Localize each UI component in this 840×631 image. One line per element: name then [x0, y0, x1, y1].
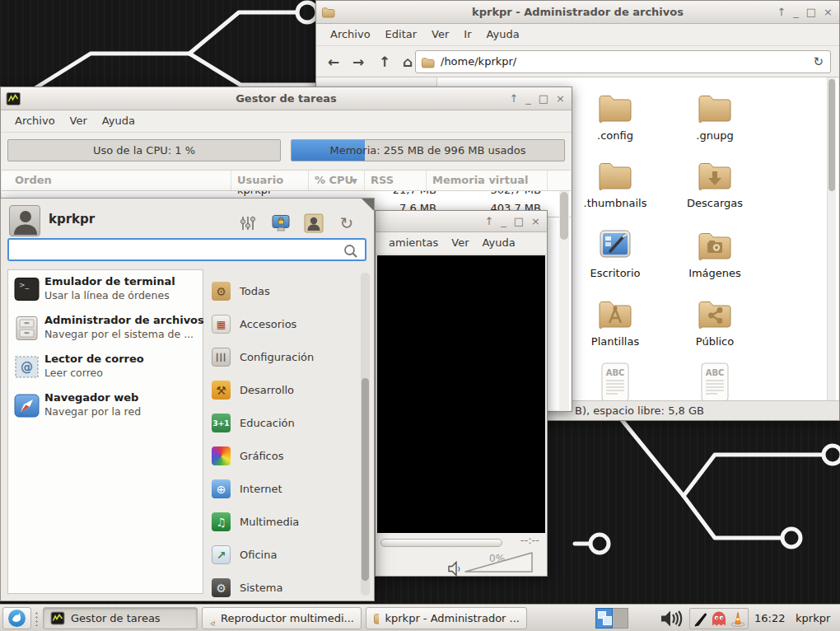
- shade-button[interactable]: ↑: [484, 210, 493, 233]
- up-button[interactable]: ↑: [374, 51, 395, 72]
- workspace-switcher[interactable]: [595, 608, 628, 629]
- app-item-browser[interactable]: Navegador web Navegar por la red: [8, 386, 203, 425]
- minimize-button[interactable]: _: [793, 1, 799, 24]
- stylus-tray-icon[interactable]: [693, 610, 709, 627]
- speaker-icon[interactable]: [446, 560, 463, 577]
- path-bar[interactable]: /home/kprkpr/ ↻: [415, 50, 831, 73]
- menu-ver[interactable]: Ver: [445, 232, 475, 254]
- task-manager-icon: [50, 611, 65, 625]
- workspace-2[interactable]: [613, 608, 628, 629]
- menu-herramientas-clipped[interactable]: amientas: [382, 232, 445, 254]
- vertical-scrollbar[interactable]: [827, 77, 836, 400]
- category-educacion[interactable]: 3+1 Educación: [210, 407, 358, 440]
- close-button[interactable]: ×: [531, 210, 540, 233]
- category-internet[interactable]: ⊕ Internet: [210, 473, 358, 506]
- menu-ir[interactable]: Ir: [456, 24, 478, 45]
- shade-button[interactable]: ↑: [509, 87, 518, 110]
- menu-ayuda[interactable]: Ayuda: [479, 24, 527, 45]
- volume-tray-icon[interactable]: [659, 609, 686, 629]
- user-label[interactable]: kprkpr: [796, 605, 830, 631]
- category-graficos[interactable]: Gráficos: [210, 440, 358, 473]
- user-avatar[interactable]: [9, 205, 40, 236]
- switch-user-icon[interactable]: [304, 213, 324, 233]
- logout-icon[interactable]: ↻: [337, 213, 357, 233]
- column-orden[interactable]: Orden: [15, 171, 52, 190]
- close-button[interactable]: ×: [556, 87, 565, 110]
- minimize-button[interactable]: _: [501, 210, 506, 233]
- folder-item[interactable]: .gnupg: [669, 87, 761, 142]
- app-item-file-manager[interactable]: Administrador de archivos Navegar por el…: [8, 309, 203, 348]
- menu-ver[interactable]: Ver: [63, 110, 95, 132]
- settings-icon[interactable]: [238, 213, 258, 233]
- close-button[interactable]: ×: [824, 1, 833, 24]
- sort-desc-icon[interactable]: ▼: [352, 171, 357, 191]
- video-area[interactable]: [377, 255, 545, 533]
- scrollbar-thumb[interactable]: [828, 79, 835, 191]
- category-todas[interactable]: ⚙ Todas: [210, 275, 358, 308]
- window-title: Gestor de tareas: [1, 87, 572, 110]
- applications-menu-button[interactable]: [2, 607, 31, 629]
- resize-grip[interactable]: [362, 199, 374, 211]
- lock-screen-icon[interactable]: [271, 213, 291, 233]
- vlc-tray-icon[interactable]: [730, 610, 746, 627]
- reload-icon[interactable]: ↻: [813, 51, 824, 72]
- menu-ayuda[interactable]: Ayuda: [95, 110, 142, 132]
- education-icon: 3+1: [212, 414, 231, 432]
- folder-item-public[interactable]: Público: [669, 293, 761, 348]
- menu-archivo[interactable]: Archivo: [323, 24, 378, 45]
- column-memoria-virtual[interactable]: Memoria virtual: [432, 171, 528, 190]
- ghost-tray-icon[interactable]: [711, 610, 727, 627]
- category-configuracion[interactable]: ☰ Configuración: [210, 341, 358, 374]
- maximize-button[interactable]: □: [539, 87, 548, 110]
- menu-archivo[interactable]: Archivo: [7, 110, 63, 132]
- category-accesorios[interactable]: ▦ Accesorios: [210, 308, 358, 341]
- search-box[interactable]: [7, 238, 366, 261]
- back-button[interactable]: ←: [323, 51, 344, 72]
- app-item-terminal[interactable]: >_ Emulador de terminal Usar la línea de…: [8, 270, 203, 309]
- seek-bar[interactable]: [380, 539, 502, 547]
- folder-item-desktop[interactable]: Escritorio: [569, 225, 661, 279]
- menu-ayuda[interactable]: Ayuda: [476, 232, 522, 254]
- folder-item-templates[interactable]: Plantillas: [569, 293, 661, 348]
- maximize-button[interactable]: □: [806, 1, 816, 24]
- menu-editar[interactable]: Editar: [378, 24, 425, 45]
- folder-item-downloads[interactable]: Descargas: [669, 155, 761, 209]
- maximize-button[interactable]: □: [514, 210, 524, 233]
- column-rss[interactable]: RSS: [371, 171, 394, 190]
- vertical-scrollbar[interactable]: [559, 191, 569, 410]
- clock[interactable]: 16:22: [754, 605, 785, 631]
- category-oficina[interactable]: ↗ Oficina: [210, 539, 358, 572]
- app-item-mail[interactable]: @ Lector de correo Leer correo: [8, 348, 203, 386]
- scrollbar-thumb[interactable]: [560, 192, 568, 240]
- taskbar-button-file-manager[interactable]: kprkpr - Administrador ...: [366, 607, 527, 629]
- category-scrollbar[interactable]: [361, 273, 370, 596]
- panel-drag-handle[interactable]: [35, 611, 39, 626]
- document-item[interactable]: ABC: [669, 362, 761, 403]
- menu-ver[interactable]: Ver: [424, 24, 456, 45]
- category-desarrollo[interactable]: ⚒ Desarrollo: [210, 374, 358, 407]
- media-player-titlebar[interactable]: ↑ _ □ ×: [376, 211, 547, 232]
- search-input[interactable]: [14, 241, 340, 258]
- taskbar-button-media-player[interactable]: Reproductor multimedi...: [202, 607, 362, 629]
- office-chart-icon: ↗: [212, 545, 231, 564]
- taskbar-button-task-manager[interactable]: Gestor de tareas: [43, 607, 198, 629]
- svg-text:ABC: ABC: [606, 368, 625, 377]
- volume-slider[interactable]: [463, 550, 535, 575]
- path-text[interactable]: /home/kprkpr/: [441, 51, 516, 72]
- column-usuario[interactable]: Usuario: [237, 171, 283, 190]
- file-manager-titlebar[interactable]: kprkpr - Administrador de archivos ↑ _ □…: [316, 1, 839, 24]
- category-sistema[interactable]: ⚙ Sistema: [210, 572, 358, 605]
- scrollbar-thumb[interactable]: [362, 378, 369, 581]
- task-manager-titlebar[interactable]: Gestor de tareas ↑ _ □ ×: [1, 87, 572, 110]
- web-browser-icon: [14, 393, 40, 418]
- document-item[interactable]: ABC: [569, 362, 661, 403]
- column-cpu[interactable]: % CPU: [315, 171, 353, 190]
- workspace-1-active[interactable]: [595, 608, 613, 629]
- folder-item-images[interactable]: Imágenes: [669, 225, 761, 279]
- forward-button[interactable]: →: [348, 51, 369, 72]
- folder-item[interactable]: .thumbnails: [569, 155, 661, 209]
- minimize-button[interactable]: _: [525, 87, 531, 110]
- folder-item[interactable]: .config: [569, 87, 661, 142]
- shade-button[interactable]: ↑: [777, 1, 786, 24]
- category-multimedia[interactable]: ♫ Multimedia: [210, 506, 358, 539]
